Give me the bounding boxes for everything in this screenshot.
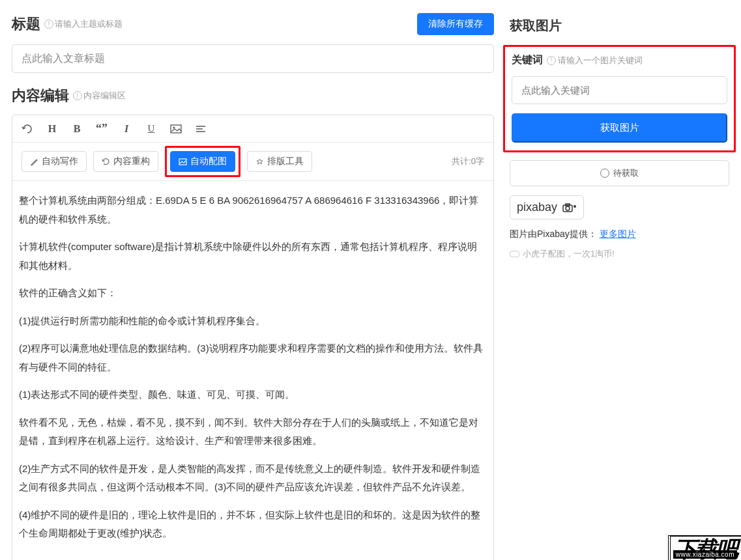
keyword-hint-text: 请输入一个图片关键词 (558, 55, 643, 66)
watermark-url: www.xiazaiba.com (673, 550, 737, 559)
paragraph: (2)生产方式不同的软件是开发，是人类智能的高发挥，而不是传统意义上的硬件制造。… (19, 460, 487, 497)
cloud-icon (510, 251, 519, 257)
italic-icon[interactable]: I (121, 123, 132, 135)
align-icon[interactable] (195, 124, 207, 134)
paragraph: 计算机软件(computer software)是指计算机系统中除硬件以外的所有… (19, 238, 487, 275)
format-toolbar: H B “” I U (12, 115, 493, 143)
bold-icon[interactable]: B (71, 123, 83, 135)
credit-prefix: 图片由Pixabay提供： (510, 229, 597, 239)
auto-image-label: 自动配图 (190, 156, 227, 167)
tool-icon (255, 158, 264, 166)
layout-tool-button[interactable]: 排版工具 (247, 151, 312, 172)
refresh-icon (102, 158, 110, 166)
svg-point-1 (173, 126, 175, 128)
pixabay-text: pixabay (517, 201, 557, 214)
circle-icon (600, 169, 609, 178)
clear-cache-button[interactable]: 清除所有缓存 (417, 13, 494, 35)
side-title: 获取图片 (510, 17, 729, 35)
title-hint-text: 请输入主题或标题 (55, 18, 123, 30)
side-column: 获取图片 关键词 ! 请输入一个图片关键词 获取图片 待获取 pixabay 图 (510, 13, 729, 560)
auto-write-button[interactable]: 自动写作 (22, 151, 87, 172)
restructure-button[interactable]: 内容重构 (93, 151, 158, 172)
article-title-input[interactable] (12, 44, 494, 73)
pencil-icon (30, 158, 38, 166)
pending-label: 待获取 (613, 167, 639, 179)
paragraph: 整个计算机系统由两部分组成：E.69DA 5 E 6 BA 9062616964… (19, 191, 487, 229)
camera-icon (562, 203, 577, 212)
keyword-label: 关键词 (512, 53, 543, 67)
info-icon: ! (547, 56, 556, 65)
highlight-box: 自动配图 (165, 146, 240, 177)
restructure-label: 内容重构 (113, 156, 150, 167)
image-icon[interactable] (170, 124, 182, 134)
title-hint: ! 请输入主题或标题 (44, 18, 123, 30)
word-count: 共计:0字 (452, 156, 484, 167)
main-column: 标题 ! 请输入主题或标题 清除所有缓存 内容编辑 ! 内容编辑区 H B (12, 13, 494, 560)
auto-write-label: 自动写作 (42, 156, 78, 167)
underline-icon[interactable]: U (145, 123, 157, 134)
footer-note: 小虎子配图，一次1淘币! (510, 248, 729, 260)
title-label: 标题 (12, 14, 40, 34)
fetch-image-button[interactable]: 获取图片 (512, 113, 727, 143)
keyword-row: 关键词 ! 请输入一个图片关键词 (512, 53, 727, 67)
picture-icon (179, 158, 187, 166)
editor-label: 内容编辑 (12, 86, 69, 105)
credit-row: 图片由Pixabay提供： 更多图片 (510, 229, 729, 240)
undo-icon[interactable] (22, 124, 33, 134)
paragraph: (4)维护不同的硬件是旧的，理论上软件是旧的，并不坏，但实际上软件也是旧的和坏的… (19, 506, 487, 543)
action-toolbar: 自动写作 内容重构 自动配图 排版工具 共计:0字 (12, 143, 493, 181)
quote-icon[interactable]: “” (96, 122, 108, 135)
keyword-input[interactable] (512, 76, 727, 104)
keyword-highlight-box: 关键词 ! 请输入一个图片关键词 获取图片 (503, 45, 736, 152)
pending-button[interactable]: 待获取 (510, 160, 729, 186)
paragraph: 软件看不见，无色，枯燥，看不见，摸不到，闻不到。软件大部分存在于人们的头脑或纸上… (19, 413, 487, 451)
svg-point-9 (574, 205, 576, 208)
info-icon: ! (73, 91, 82, 100)
paragraph: (2)程序可以满意地处理信息的数据结构。(3)说明程序功能要求和程序需要的文档的… (19, 339, 487, 376)
editor-box: H B “” I U 自动写作 内容重构 (12, 115, 494, 560)
info-icon: ! (44, 20, 53, 29)
content-area[interactable]: 整个计算机系统由两部分组成：E.69DA 5 E 6 BA 9062616964… (12, 181, 493, 560)
editor-header: 内容编辑 ! 内容编辑区 (12, 86, 494, 105)
pixabay-badge: pixabay (510, 195, 584, 219)
svg-point-7 (566, 206, 570, 210)
heading-icon[interactable]: H (46, 123, 58, 135)
keyword-hint: ! 请输入一个图片关键词 (547, 55, 643, 66)
paragraph: (1)提供运行时所需功能和性能的命令或计算机程序集合。 (19, 312, 487, 331)
title-header: 标题 ! 请输入主题或标题 清除所有缓存 (12, 13, 494, 35)
more-images-link[interactable]: 更多图片 (600, 229, 636, 239)
paragraph: (1)表达形式不同的硬件类型、颜色、味道、可见、可摸、可闻。 (19, 385, 487, 404)
auto-image-button[interactable]: 自动配图 (170, 151, 235, 172)
layout-tool-label: 排版工具 (267, 156, 304, 167)
paragraph: 软件的正确含义如下： (19, 284, 487, 303)
footer-text: 小虎子配图，一次1淘币! (523, 248, 615, 260)
editor-hint: ! 内容编辑区 (73, 90, 126, 102)
editor-hint-text: 内容编辑区 (83, 90, 126, 102)
